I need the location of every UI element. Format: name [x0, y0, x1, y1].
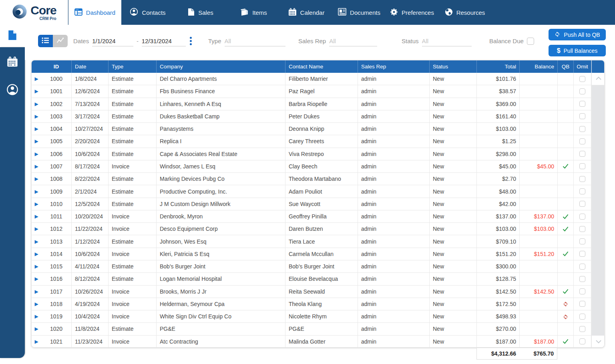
status-input[interactable] [422, 36, 472, 46]
push-all-to-qb-button[interactable]: Push All to QB [549, 29, 606, 40]
row-expand-arrow[interactable]: ▶ [32, 286, 41, 298]
qb-synced-icon[interactable] [558, 223, 574, 235]
table-row[interactable]: ▶10184/19/2024InvoiceHelderman, Seymour … [32, 298, 591, 310]
tab-items[interactable]: Items [227, 0, 280, 25]
column-header-company[interactable]: Company [157, 60, 285, 73]
table-row[interactable]: ▶102111/23/2024InvoiceAtc ContractingMal… [32, 336, 591, 348]
column-header-total[interactable]: Total [477, 60, 520, 73]
table-row[interactable]: ▶102011/8/2024EstimatePG&EPG&EadminNew$2… [32, 323, 591, 335]
table-row[interactable]: ▶101910/4/2024InvoiceWhite Sign Div Ctrl… [32, 310, 591, 323]
table-row[interactable]: ▶101710/26/2024InvoiceBrooks, Morris J J… [32, 286, 591, 298]
tab-resources[interactable]: Resources [438, 0, 491, 25]
qb-sync-pending-icon[interactable] [558, 310, 574, 322]
table-row[interactable]: ▶101110/20/2024InvoiceDenbrook, MyronGeo… [32, 210, 591, 223]
qb-synced-icon[interactable] [558, 248, 574, 260]
row-expand-arrow[interactable]: ▶ [32, 123, 41, 135]
omit-checkbox[interactable] [579, 288, 585, 294]
omit-checkbox[interactable] [579, 176, 585, 182]
tab-preferences[interactable]: Preferences [386, 0, 438, 25]
table-row[interactable]: ▶10033/17/2024EstimateDukes Basketball C… [32, 110, 591, 123]
row-expand-arrow[interactable]: ▶ [32, 98, 41, 110]
omit-checkbox[interactable] [579, 101, 585, 107]
omit-checkbox[interactable] [579, 214, 585, 220]
row-expand-arrow[interactable]: ▶ [32, 73, 41, 85]
row-expand-arrow[interactable]: ▶ [32, 185, 41, 197]
omit-checkbox[interactable] [579, 201, 585, 207]
column-header-omit[interactable]: Omit [574, 60, 591, 73]
app-logo[interactable]: Core CRM Pro [0, 0, 68, 25]
row-expand-arrow[interactable]: ▶ [32, 160, 41, 172]
row-expand-arrow[interactable]: ▶ [32, 110, 41, 122]
row-expand-arrow[interactable]: ▶ [32, 273, 41, 285]
table-row[interactable]: ▶10092/1/2024EstimateProductive Computin… [32, 185, 591, 198]
table-row[interactable]: ▶10154/11/2024EstimateBob's Burger Joint… [32, 260, 591, 273]
scrollbar-track[interactable] [592, 85, 605, 336]
column-header-id[interactable]: ID [41, 60, 72, 73]
date-to-input[interactable] [142, 36, 186, 46]
chart-view-button[interactable] [53, 35, 68, 47]
table-row[interactable]: ▶10088/22/2024EstimateMarking Devices Pu… [32, 173, 591, 185]
omit-checkbox[interactable] [579, 338, 585, 344]
column-header-rep[interactable]: Sales Rep [358, 60, 430, 73]
sidebar-item-contacts[interactable] [0, 79, 25, 102]
table-row[interactable]: ▶10027/13/2024EstimateLinhares, Kenneth … [32, 98, 591, 110]
omit-checkbox[interactable] [579, 264, 585, 270]
table-row[interactable]: ▶10052/20/2024EstimateReplica ICarey Thr… [32, 135, 591, 148]
table-row[interactable]: ▶10001/8/2024EstimateDel Charro Apartmen… [32, 73, 591, 85]
sales-rep-input[interactable] [329, 36, 377, 46]
table-row[interactable]: ▶101410/6/2024InvoiceKleri, Patricia S E… [32, 248, 591, 260]
omit-checkbox[interactable] [579, 126, 585, 132]
row-expand-arrow[interactable]: ▶ [32, 210, 41, 222]
row-expand-arrow[interactable]: ▶ [32, 260, 41, 272]
omit-checkbox[interactable] [579, 301, 585, 307]
scroll-down-button[interactable] [592, 336, 605, 348]
pull-balances-button[interactable]: $ Pull Balances [549, 45, 606, 56]
omit-checkbox[interactable] [579, 88, 585, 94]
column-header-date[interactable]: Date [72, 60, 109, 73]
table-row[interactable]: ▶100610/6/2024EstimateCape & Associates … [32, 148, 591, 160]
omit-checkbox[interactable] [579, 163, 585, 169]
row-expand-arrow[interactable]: ▶ [32, 223, 41, 235]
qb-synced-icon[interactable] [558, 336, 574, 348]
scroll-up-button[interactable] [592, 73, 605, 85]
row-expand-arrow[interactable]: ▶ [32, 148, 41, 160]
omit-checkbox[interactable] [579, 226, 585, 232]
omit-checkbox[interactable] [579, 238, 585, 244]
row-expand-arrow[interactable]: ▶ [32, 198, 41, 210]
tab-contacts[interactable]: Contacts [121, 0, 174, 25]
omit-checkbox[interactable] [579, 151, 585, 157]
omit-checkbox[interactable] [579, 188, 585, 194]
column-header-status[interactable]: Status [430, 60, 477, 73]
row-expand-arrow[interactable]: ▶ [32, 323, 41, 335]
row-expand-arrow[interactable]: ▶ [32, 173, 41, 185]
column-header-balance[interactable]: Balance [520, 60, 558, 73]
tab-sales[interactable]: Sales [174, 0, 227, 25]
date-options-kebab-icon[interactable] [187, 36, 194, 46]
tab-dashboard[interactable]: Dashboard [68, 0, 121, 25]
balance-due-checkbox[interactable] [527, 38, 534, 45]
type-input[interactable] [225, 36, 285, 46]
table-row[interactable]: ▶10131/12/2024EstimateJohnson, Wes EsqTi… [32, 235, 591, 248]
qb-sync-pending-icon[interactable] [558, 298, 574, 310]
omit-checkbox[interactable] [579, 314, 585, 320]
row-expand-arrow[interactable]: ▶ [32, 248, 41, 260]
date-from-input[interactable] [92, 36, 133, 46]
omit-checkbox[interactable] [579, 326, 585, 332]
row-expand-arrow[interactable]: ▶ [32, 336, 41, 348]
omit-checkbox[interactable] [579, 76, 585, 82]
omit-checkbox[interactable] [579, 113, 585, 119]
tab-calendar[interactable]: Calendar [280, 0, 333, 25]
column-header-type[interactable]: Type [109, 60, 157, 73]
column-header-contact[interactable]: Contact Name [285, 60, 358, 73]
qb-synced-icon[interactable] [558, 286, 574, 298]
table-row[interactable]: ▶100112/6/2024EstimateFbs Business Finan… [32, 85, 591, 98]
tab-documents[interactable]: Documents [333, 0, 386, 25]
row-expand-arrow[interactable]: ▶ [32, 298, 41, 310]
sidebar-item-documents[interactable] [0, 25, 25, 47]
sidebar-item-calendar[interactable] [0, 51, 25, 74]
table-row[interactable]: ▶101211/22/2024InvoiceDesco Equipment Co… [32, 223, 591, 235]
table-row[interactable]: ▶10078/17/2024InvoiceWindsor, James L Es… [32, 160, 591, 173]
table-row[interactable]: ▶100410/27/2024EstimatePanasystemsDeonna… [32, 123, 591, 135]
row-expand-arrow[interactable]: ▶ [32, 135, 41, 147]
qb-synced-icon[interactable] [558, 210, 574, 222]
